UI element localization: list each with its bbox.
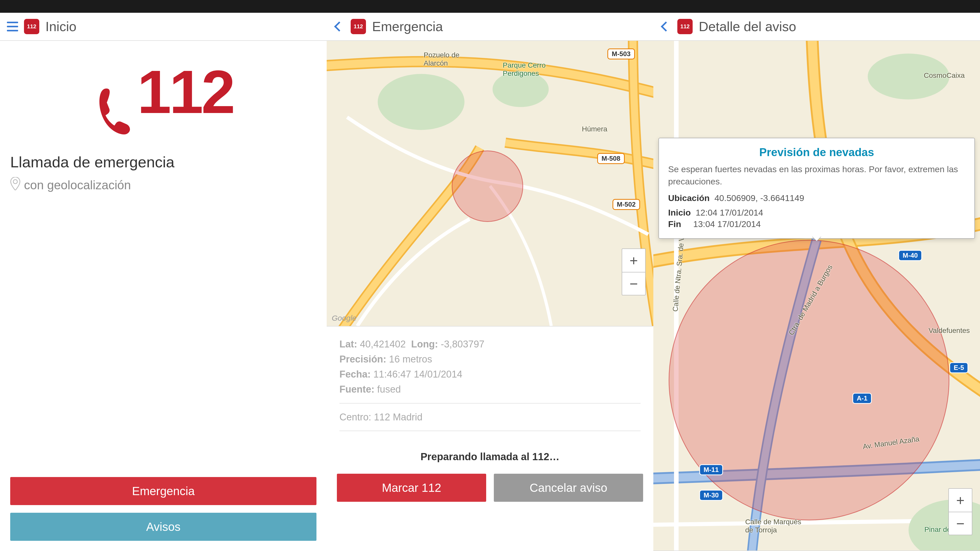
zoom-in-button[interactable]: +	[622, 249, 645, 272]
alert-heading: Previsión de nevadas	[668, 146, 965, 159]
emergency-call-heading: Llamada de emergencia	[10, 153, 317, 171]
actionbar: 112 Emergencia	[327, 13, 653, 41]
zoom-control: + −	[622, 248, 646, 295]
screen-emergencia: 112 Emergencia Pozuelo de Alarcón Parque…	[327, 0, 653, 551]
call-status: Preparando llamada al 112…	[327, 448, 653, 474]
geo-text: con geolocalización	[24, 178, 131, 192]
phone-icon	[94, 86, 134, 138]
hamburger-menu-icon[interactable]	[6, 20, 19, 33]
page-title: Emergencia	[372, 19, 443, 34]
cancel-alert-button[interactable]: Cancelar aviso	[494, 474, 643, 502]
screen-detalle-aviso: 112 Detalle del aviso CosmoCaixa Vald	[653, 0, 980, 551]
hero-number: 112	[137, 58, 233, 126]
alert-radius-circle	[669, 240, 950, 520]
road-e5: E-5	[950, 362, 968, 373]
road-m502: M-502	[612, 199, 640, 210]
pin-icon	[10, 177, 21, 193]
road-m11: M-11	[699, 464, 723, 475]
screen-inicio: 112 Inicio 112 Llamada de emergencia con…	[0, 0, 327, 551]
page-title: Detalle del aviso	[699, 19, 796, 34]
zoom-out-button[interactable]: −	[622, 272, 645, 295]
location-info: Lat: 40,421402 Long: -3,803797 Precisión…	[327, 327, 653, 448]
alert-callout: Previsión de nevadas Se esperan fuertes …	[659, 138, 975, 239]
dial-112-button[interactable]: Marcar 112	[337, 474, 486, 502]
actionbar: 112 Inicio	[0, 13, 327, 41]
map-credit: Google	[332, 314, 356, 322]
actionbar: 112 Detalle del aviso	[653, 13, 980, 41]
road-a1: A-1	[853, 393, 872, 404]
app-icon: 112	[24, 19, 39, 34]
android-status-bar	[653, 0, 980, 13]
location-accuracy-circle	[452, 151, 523, 222]
map[interactable]: CosmoCaixa Valdefuentes Pinar del Rey Ca…	[653, 41, 980, 551]
hero: 112	[0, 41, 327, 148]
alerts-button[interactable]: Avisos	[10, 513, 317, 541]
svg-point-1	[378, 74, 465, 130]
road-m40: M-40	[898, 250, 922, 261]
app-icon: 112	[677, 19, 693, 34]
map-label-cosmocaixa: CosmoCaixa	[924, 71, 965, 79]
road-m30: M-30	[699, 490, 723, 501]
emergency-button[interactable]: Emergencia	[10, 477, 317, 505]
map-label-parque: Parque Cerro Perdigones	[503, 61, 546, 78]
geo-row: con geolocalización	[10, 177, 317, 193]
road-m503: M-503	[608, 48, 635, 59]
zoom-in-button[interactable]: +	[949, 489, 972, 512]
back-icon[interactable]	[333, 20, 345, 33]
android-status-bar	[0, 0, 327, 13]
map-label-pozuelo: Pozuelo de Alarcón	[424, 51, 460, 67]
map-label-marques: Calle de Marqués de Torroja	[745, 518, 801, 534]
android-status-bar	[327, 0, 653, 13]
road-m508: M-508	[597, 153, 625, 164]
app-icon: 112	[351, 19, 366, 34]
alert-body: Se esperan fuertes nevadas en las proxim…	[668, 163, 965, 187]
zoom-control: + −	[948, 488, 972, 535]
map-label-valdefuentes: Valdefuentes	[929, 327, 970, 335]
back-icon[interactable]	[659, 20, 672, 33]
map-label-humera: Húmera	[582, 125, 608, 133]
page-title: Inicio	[45, 19, 76, 34]
zoom-out-button[interactable]: −	[949, 512, 972, 535]
map[interactable]: Pozuelo de Alarcón Parque Cerro Perdigon…	[327, 41, 653, 327]
